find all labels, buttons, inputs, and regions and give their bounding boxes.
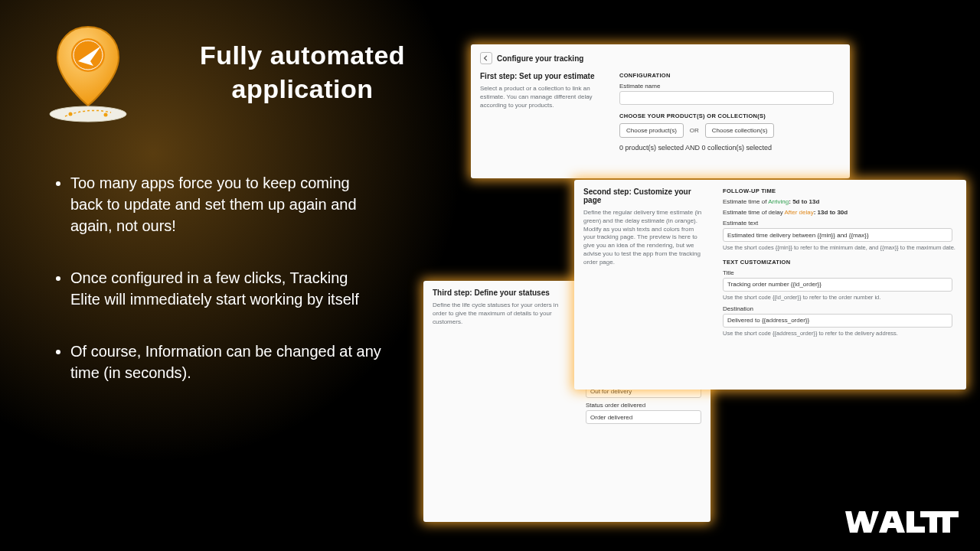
arrow-left-icon [483,55,489,61]
back-button[interactable] [480,52,492,64]
step2-desc: Define the regular delivery time estimat… [583,209,704,267]
step3-desc: Define the life cycle statuses for your … [433,302,570,326]
step3-title: Third step: Define your statuses [433,289,570,297]
selection-summary: 0 product(s) selected AND 0 collection(s… [619,144,841,152]
label-estimate-name: Estimate name [619,83,841,90]
svg-point-5 [104,113,108,117]
status-delivered-input[interactable] [586,410,701,424]
step1-title: First step: Set up your estimate [480,72,601,80]
step2-card: Second step: Customize your page Define … [574,180,966,390]
help-title: Use the short code {{id_order}} to refer… [723,294,957,302]
or-separator: OR [690,127,699,134]
headline: Fully automated application [176,38,429,106]
section-text-customization: TEXT CUSTOMIZATION [723,259,957,266]
estimate-text-input[interactable] [723,228,952,242]
step1-card: Configure your tracking First step: Set … [471,44,850,178]
title-input[interactable] [723,278,952,292]
help-estimate-text: Use the short codes {{min}} to refer to … [723,244,957,252]
label-title: Title [723,269,957,276]
destination-input[interactable] [723,314,952,328]
estimate-name-input[interactable] [619,91,834,105]
bullet-item: Once configured in a few clicks, Trackin… [70,267,381,310]
choose-products-button[interactable]: Choose product(s) [619,123,684,138]
section-follow-up-time: FOLLOW-UP TIME [723,187,957,194]
step1-desc: Select a product or a collection to link… [480,85,601,109]
section-configuration: CONFIGURATION [619,72,841,79]
label-destination: Destination [723,305,957,312]
brand-logo [844,507,959,537]
label-status-delivered: Status order delivered [586,402,701,409]
app-logo [46,23,130,122]
help-destination: Use the short code {{address_order}} to … [723,330,957,337]
arriving-line: Estimate time of Arriving: 5d to 13d [723,198,957,205]
feature-bullets: Too many apps force you to keep coming b… [52,172,381,414]
section-choose: CHOOSE YOUR PRODUCT(S) OR COLLECTION(S) [619,112,841,119]
choose-collections-button[interactable]: Choose collection(s) [705,123,774,138]
step2-title: Second step: Customize your page [583,187,704,204]
bullet-item: Too many apps force you to keep coming b… [70,172,381,236]
bullet-item: Of course, Information can be changed at… [70,341,381,383]
label-estimate-text: Estimate text [723,220,957,227]
page-title: Configure your tracking [497,54,583,63]
delay-line: Estimate time of delay After delay: 13d … [723,209,957,216]
